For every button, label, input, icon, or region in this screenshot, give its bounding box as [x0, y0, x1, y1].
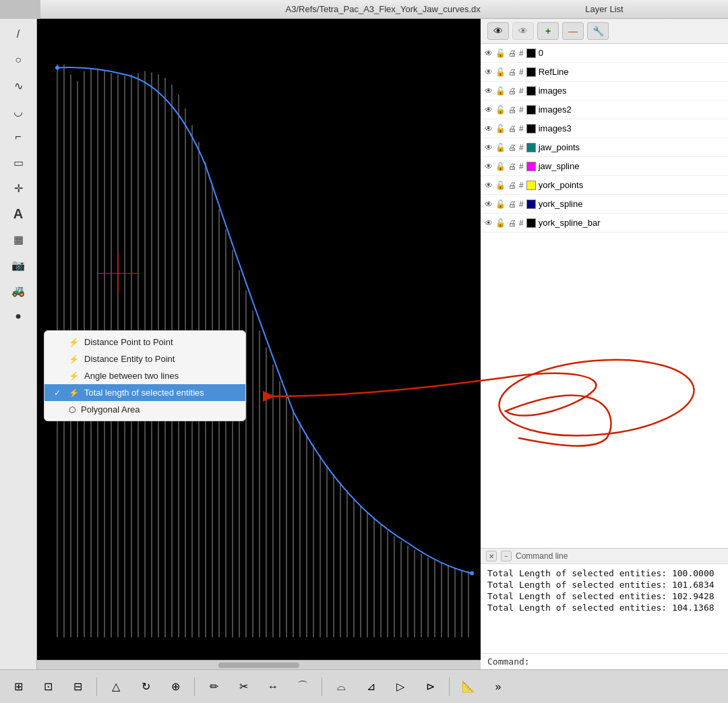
layer-lock-icon-6[interactable]: 🔓 — [495, 162, 506, 171]
tool-camera[interactable]: 📷 — [5, 253, 32, 277]
tool-arrow-right[interactable]: ▷ — [388, 674, 413, 700]
tool-move[interactable]: ✛ — [5, 176, 32, 200]
canvas-scrollbar[interactable] — [37, 660, 481, 669]
layer-lock-icon-8[interactable]: 🔓 — [495, 200, 506, 209]
layer-row-5[interactable]: 👁 🔓 🖨 # jaw_points — [481, 138, 728, 157]
layer-tool-visible-off[interactable]: 👁 — [512, 22, 534, 40]
menu-item-distance-point[interactable]: ⚡ Distance Point to Point — [44, 334, 245, 350]
layer-row-0[interactable]: 👁 🔓 🖨 # 0 — [481, 44, 728, 63]
tool-more[interactable]: » — [485, 674, 511, 700]
layer-row-4[interactable]: 👁 🔓 🖨 # images3 — [481, 119, 728, 138]
layer-hash-icon-7[interactable]: # — [519, 181, 524, 190]
tool-measure-bottom[interactable]: 📐 — [456, 674, 481, 700]
tool-spline[interactable]: ∿ — [5, 73, 32, 98]
tool-vehicle[interactable]: 🚜 — [5, 278, 32, 303]
scrollbar-thumb[interactable] — [218, 663, 299, 668]
tool-polyline[interactable]: ⊿ — [358, 674, 384, 700]
tool-block[interactable]: ⊟ — [65, 674, 90, 700]
layer-visible-icon-5[interactable]: 👁 — [485, 143, 493, 152]
layer-color-5[interactable] — [526, 143, 536, 152]
layer-color-1[interactable] — [526, 67, 536, 77]
cmd-minimize-button[interactable]: − — [501, 551, 512, 561]
tool-select[interactable]: ⊡ — [35, 674, 61, 700]
layer-print-icon-2[interactable]: 🖨 — [508, 86, 516, 96]
tool-connect[interactable]: ⊕ — [162, 674, 188, 700]
menu-item-angle[interactable]: ⚡ Angle between two lines — [44, 367, 245, 384]
layer-visible-icon-8[interactable]: 👁 — [485, 200, 493, 209]
layer-print-icon-1[interactable]: 🖨 — [508, 67, 516, 77]
layer-color-0[interactable] — [526, 49, 536, 58]
layer-visible-icon-6[interactable]: 👁 — [485, 162, 493, 171]
tool-text[interactable]: A — [5, 202, 32, 226]
layer-color-9[interactable] — [526, 218, 536, 228]
layer-visible-icon-2[interactable]: 👁 — [485, 86, 493, 96]
layer-color-7[interactable] — [526, 181, 536, 190]
layer-lock-icon-9[interactable]: 🔓 — [495, 218, 506, 228]
layer-print-icon-7[interactable]: 🖨 — [508, 181, 516, 190]
tool-snap-grid[interactable]: ⊞ — [5, 674, 31, 700]
layer-visible-icon-3[interactable]: 👁 — [485, 105, 493, 115]
tool-circle[interactable]: ○ — [5, 48, 32, 72]
layer-lock-icon-0[interactable]: 🔓 — [495, 49, 506, 58]
layer-lock-icon-5[interactable]: 🔓 — [495, 143, 506, 152]
tool-arc[interactable]: ◡ — [5, 99, 32, 123]
layer-print-icon-0[interactable]: 🖨 — [508, 49, 516, 58]
layer-print-icon-4[interactable]: 🖨 — [508, 124, 516, 133]
layer-lock-icon-2[interactable]: 🔓 — [495, 86, 506, 96]
layer-hash-icon-0[interactable]: # — [519, 49, 524, 58]
tool-rect[interactable]: ▭ — [5, 150, 32, 175]
layer-print-icon-6[interactable]: 🖨 — [508, 162, 516, 171]
layer-row-3[interactable]: 👁 🔓 🖨 # images2 — [481, 100, 728, 119]
tool-rotate[interactable]: ↻ — [133, 674, 158, 700]
layer-row-9[interactable]: 👁 🔓 🖨 # york_spline_bar — [481, 214, 728, 233]
layer-color-3[interactable] — [526, 105, 536, 115]
tool-line[interactable]: / — [5, 22, 32, 47]
layer-color-8[interactable] — [526, 200, 536, 209]
layer-hash-icon-5[interactable]: # — [519, 143, 524, 152]
tool-fillet[interactable]: ⌒ — [290, 674, 315, 700]
tool-hatch[interactable]: ▦ — [5, 227, 32, 251]
layer-hash-icon-9[interactable]: # — [519, 218, 524, 228]
layer-row-1[interactable]: 👁 🔓 🖨 # RefLine — [481, 63, 728, 82]
layer-print-icon-5[interactable]: 🖨 — [508, 143, 516, 152]
menu-item-total-length[interactable]: ✓ ⚡ Total length of selected entities — [44, 384, 245, 401]
tool-arc-bottom[interactable]: ⌓ — [328, 674, 354, 700]
layer-visible-icon-0[interactable]: 👁 — [485, 49, 493, 58]
tool-corner[interactable]: ⌐ — [5, 125, 32, 149]
layer-visible-icon-1[interactable]: 👁 — [485, 67, 493, 77]
layer-lock-icon-4[interactable]: 🔓 — [495, 124, 506, 133]
layer-row-2[interactable]: 👁 🔓 🖨 # images — [481, 82, 728, 100]
layer-hash-icon-1[interactable]: # — [519, 67, 524, 77]
layer-row-6[interactable]: 👁 🔓 🖨 # jaw_spline — [481, 157, 728, 176]
layer-lock-icon-3[interactable]: 🔓 — [495, 105, 506, 115]
layer-row-7[interactable]: 👁 🔓 🖨 # york_points — [481, 176, 728, 195]
tool-draw-line[interactable]: ✏ — [201, 674, 226, 700]
layer-hash-icon-6[interactable]: # — [519, 162, 524, 171]
layer-tool-delete[interactable]: — — [562, 22, 584, 40]
cmd-close-button[interactable]: ✕ — [486, 551, 497, 561]
tool-extend[interactable]: ↔ — [260, 674, 286, 700]
tool-circle2[interactable]: ● — [5, 304, 32, 328]
layer-tool-visible-on[interactable]: 👁 — [487, 22, 509, 40]
layer-color-4[interactable] — [526, 124, 536, 133]
layer-hash-icon-4[interactable]: # — [519, 124, 524, 133]
menu-item-distance-entity[interactable]: ⚡ Distance Entity to Point — [44, 350, 245, 367]
layer-color-2[interactable] — [526, 86, 536, 96]
layer-row-8[interactable]: 👁 🔓 🖨 # york_spline — [481, 195, 728, 214]
layer-print-icon-9[interactable]: 🖨 — [508, 218, 516, 228]
layer-hash-icon-2[interactable]: # — [519, 86, 524, 96]
layer-lock-icon-1[interactable]: 🔓 — [495, 67, 506, 77]
layer-tool-add[interactable]: + — [537, 22, 559, 40]
layer-tool-settings[interactable]: 🔧 — [587, 22, 609, 40]
layer-visible-icon-9[interactable]: 👁 — [485, 218, 493, 228]
layer-print-icon-8[interactable]: 🖨 — [508, 200, 516, 209]
menu-item-polygonal[interactable]: ⬡ Polygonal Area — [44, 401, 245, 418]
layer-lock-icon-7[interactable]: 🔓 — [495, 181, 506, 190]
layer-hash-icon-8[interactable]: # — [519, 200, 524, 209]
tool-trim[interactable]: ✂ — [231, 674, 256, 700]
layer-visible-icon-7[interactable]: 👁 — [485, 181, 493, 190]
layer-print-icon-3[interactable]: 🖨 — [508, 105, 516, 115]
tool-move-point[interactable]: ⊳ — [417, 674, 443, 700]
tool-triangle[interactable]: △ — [103, 674, 129, 700]
layer-hash-icon-3[interactable]: # — [519, 105, 524, 115]
